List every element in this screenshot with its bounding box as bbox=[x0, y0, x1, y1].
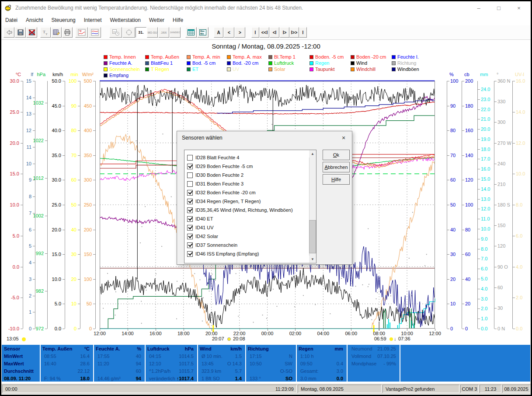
edit-values-button[interactable] bbox=[51, 27, 62, 38]
axis-tick-label: 10.0 bbox=[516, 171, 525, 176]
text-labels-button[interactable]: TT bbox=[40, 27, 51, 38]
day-view-button[interactable]: 31. bbox=[136, 27, 146, 38]
table-view-button[interactable] bbox=[185, 27, 197, 38]
checkbox-icon[interactable] bbox=[187, 225, 193, 231]
toolbar: TT°C3131.MO-SUJANJANDECMaxMinA<>I<<I<II>… bbox=[1, 25, 531, 40]
checkbox-icon[interactable] bbox=[187, 242, 193, 248]
save-cancel-button[interactable] bbox=[26, 27, 37, 38]
date-clock-button[interactable]: 31 bbox=[109, 27, 122, 38]
print-button[interactable] bbox=[62, 27, 73, 38]
legend-swatch-icon bbox=[392, 67, 396, 71]
help-button[interactable]: Hilfe bbox=[323, 174, 350, 185]
sensor-item-id32[interactable]: ID32 Boden Feuchte -20 cm bbox=[187, 189, 256, 196]
fwd-step-button[interactable]: I> bbox=[280, 27, 289, 38]
minimize-button[interactable]: – bbox=[469, 1, 489, 14]
sensor-item-id46[interactable]: ID46 ISS Empfang (Empfang) bbox=[187, 250, 259, 258]
save-button[interactable] bbox=[15, 27, 26, 38]
multi-chart-button[interactable] bbox=[88, 27, 101, 38]
sensor-item-label: ID46 ISS Empfang (Empfang) bbox=[195, 251, 259, 256]
menu-item-steuerung[interactable]: Steuerung bbox=[47, 15, 80, 25]
auto-button[interactable]: A bbox=[214, 27, 223, 38]
sensor-item-id30[interactable]: ID30 Boden Feuchte 2 bbox=[187, 171, 243, 179]
checkbox-icon[interactable] bbox=[187, 181, 193, 187]
dialog-title-bar[interactable]: Sensoren wählen bbox=[177, 131, 352, 144]
checkbox-icon[interactable] bbox=[187, 216, 193, 222]
sensor-item-id41[interactable]: ID41 UV bbox=[187, 224, 214, 231]
sensor-item-id40[interactable]: ID40 ET bbox=[187, 215, 213, 223]
axis-tick-label: 270 W bbox=[497, 140, 511, 146]
checkbox-icon[interactable] bbox=[187, 199, 193, 204]
first-button[interactable]: I bbox=[251, 27, 259, 38]
axis-tick-label: 250 bbox=[74, 202, 92, 207]
sensor-item-label: ID41 UV bbox=[195, 225, 214, 230]
menu-item-hilfe[interactable]: Hilfe bbox=[169, 15, 188, 25]
axis-tick-label: 10 bbox=[14, 161, 31, 166]
sensor-item-id31[interactable]: ID31 Boden Feuchte 3 bbox=[187, 180, 243, 188]
prev-button[interactable]: < bbox=[224, 27, 234, 38]
checkbox-icon[interactable] bbox=[187, 251, 193, 257]
sensor-item-id29[interactable]: ID29 Boden Feuchte -5 cm bbox=[187, 162, 253, 170]
axis-tick-label: 30 bbox=[59, 252, 76, 257]
sensor-item-id35,36,45[interactable]: ID35,36,45 Wind (Wind, Richtung, Windböe… bbox=[187, 206, 293, 214]
axis-tick-label: 50 bbox=[450, 202, 456, 207]
legend-swatch-icon bbox=[104, 67, 108, 71]
maxmin-button[interactable]: MaxMin bbox=[197, 27, 209, 38]
checkbox-icon[interactable] bbox=[187, 164, 193, 169]
next-button[interactable]: > bbox=[235, 27, 245, 38]
axis-tick bbox=[33, 296, 35, 296]
menu-item-internet[interactable]: Internet bbox=[80, 15, 106, 25]
close-button[interactable]: × bbox=[509, 1, 529, 14]
fast-back-button[interactable]: <<I bbox=[260, 27, 269, 38]
back-step-button[interactable]: <I bbox=[270, 27, 279, 38]
checkbox-icon[interactable] bbox=[187, 234, 193, 239]
axis-tick bbox=[494, 102, 497, 102]
scrollbar-thumb[interactable] bbox=[309, 220, 316, 253]
sensor-item-label: ID40 ET bbox=[195, 216, 213, 221]
menu-item-ansicht[interactable]: Ansicht bbox=[22, 15, 47, 25]
axis-tick-label: 0.0 bbox=[481, 326, 487, 331]
axis-tick-label: 400 bbox=[74, 128, 92, 133]
status-date-cell: Montag, 08.09.2025 bbox=[298, 385, 382, 393]
legend-item: Windböen bbox=[392, 67, 419, 72]
row-label: 08.09. 11:20 bbox=[4, 376, 31, 381]
axis-tick-label: 11.0 bbox=[481, 216, 490, 221]
menu-item-wetterstation[interactable]: Wetterstation bbox=[106, 15, 145, 25]
fast-fwd-button[interactable]: I>> bbox=[289, 27, 299, 38]
checkbox-icon[interactable] bbox=[187, 155, 193, 161]
sensor-item-id28[interactable]: ID28 Blatt Feuchte 4 bbox=[187, 154, 239, 161]
legend-label: Richtung bbox=[397, 60, 416, 66]
checkbox-icon[interactable] bbox=[187, 190, 193, 196]
sensor-item-id42[interactable]: ID42 Solar bbox=[187, 232, 218, 240]
legend-item: Boden. -5 cm bbox=[309, 54, 344, 60]
axis-tick bbox=[462, 180, 464, 180]
back-button[interactable] bbox=[3, 27, 14, 38]
axis-tick-label: 18.0 bbox=[481, 147, 490, 152]
axis-tick-label: 14 bbox=[14, 95, 31, 100]
checkbox-icon[interactable] bbox=[187, 207, 193, 213]
target-button[interactable] bbox=[122, 27, 135, 38]
dialog-close-icon[interactable]: × bbox=[339, 133, 348, 143]
maximize-button[interactable]: □ bbox=[489, 1, 509, 14]
sunrise-icon bbox=[389, 337, 393, 341]
ok-button[interactable]: Ok bbox=[323, 150, 350, 160]
menu-item-wetter[interactable]: Wetter bbox=[145, 15, 169, 25]
cancel-button[interactable]: Abbrechen bbox=[323, 162, 350, 172]
scroll-down-icon[interactable]: ▼ bbox=[309, 256, 316, 263]
legend-swatch-icon bbox=[392, 55, 396, 59]
month-view-button[interactable]: JAN bbox=[158, 27, 169, 38]
sensor-item-id34[interactable]: ID34 Regen (Regen, T Regen) bbox=[187, 197, 261, 205]
svg-text:Min: Min bbox=[200, 32, 204, 35]
axis-tick-label: 24.0 bbox=[481, 87, 490, 92]
legend-swatch-icon bbox=[351, 61, 355, 65]
menu-item-datei[interactable]: Datei bbox=[1, 15, 22, 25]
week-view-button[interactable]: MO-SU bbox=[147, 27, 158, 38]
scroll-up-icon[interactable]: ▲ bbox=[309, 150, 316, 158]
moon-value: - 99% bbox=[348, 361, 396, 366]
checkbox-icon[interactable] bbox=[187, 172, 193, 178]
legend-swatch-icon bbox=[187, 61, 191, 65]
sensor-item-id37[interactable]: ID37 Sonnenschein bbox=[187, 241, 237, 249]
temp-chart-button[interactable]: °C bbox=[75, 27, 88, 38]
axis-tick-label: 150 bbox=[497, 223, 505, 228]
last-button[interactable]: I bbox=[299, 27, 307, 38]
year-view-button[interactable]: JANDEC bbox=[170, 27, 181, 38]
